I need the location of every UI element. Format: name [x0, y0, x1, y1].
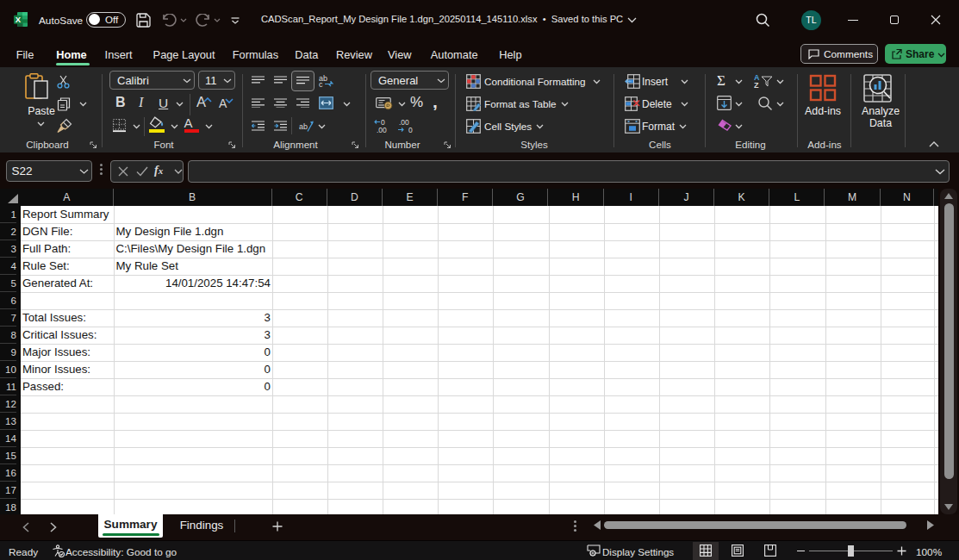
svg-text:Z: Z	[754, 81, 759, 89]
svg-text:ab: ab	[299, 122, 308, 131]
svg-text:c: c	[319, 80, 323, 87]
svg-text:.00: .00	[377, 126, 387, 134]
svg-text:0: 0	[408, 126, 413, 134]
svg-text:X: X	[16, 15, 22, 24]
